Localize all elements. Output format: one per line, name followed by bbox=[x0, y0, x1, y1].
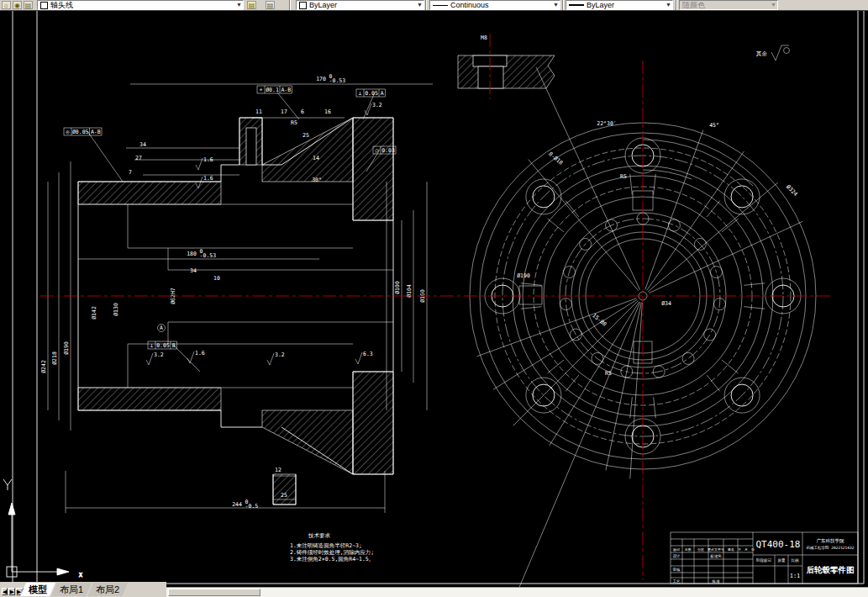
detail-view: M8 bbox=[458, 34, 555, 88]
color-value: ByLayer bbox=[309, 1, 337, 9]
scrollbar-thumb[interactable] bbox=[168, 589, 260, 596]
drawing-title: 后轮毂零件图 bbox=[806, 565, 855, 574]
gdt-symbol: ○ bbox=[376, 147, 379, 154]
tab-nav-button[interactable]: ◀ bbox=[2, 588, 8, 595]
dim-label: 180 bbox=[187, 251, 197, 257]
dim-label: 34 bbox=[139, 141, 146, 148]
tab-模型[interactable]: 模型 bbox=[20, 583, 55, 596]
layers-icon[interactable]: ▤ bbox=[24, 1, 33, 9]
lineweight-glyph bbox=[569, 4, 584, 6]
dim-label: Ø130 bbox=[113, 303, 119, 316]
drawing-canvas[interactable]: 1700-0.531117616R5251430°342771800-0.533… bbox=[0, 11, 868, 587]
boss-arm bbox=[744, 307, 765, 309]
lineweight-dropdown[interactable]: ByLayer ▼ bbox=[566, 0, 673, 10]
radial-line bbox=[550, 302, 639, 446]
tolerance-lower: -0.53 bbox=[329, 77, 346, 84]
title-block: QT400-18 广东科技学院 机械工程学院 2022121432 后轮毂零件图… bbox=[671, 532, 858, 584]
svg-text:更改文件号: 更改文件号 bbox=[708, 547, 724, 552]
left-view: 1700-0.531117616R5251430°342771800-0.533… bbox=[40, 73, 433, 513]
tab-nav-button[interactable]: ▶ bbox=[8, 588, 14, 595]
sun-icon[interactable]: ☼ bbox=[2, 1, 11, 9]
dim-label: R5 bbox=[605, 370, 612, 377]
boss-arm bbox=[630, 174, 633, 195]
chevron-down-icon[interactable]: ▼ bbox=[665, 2, 671, 8]
layout-tabs: 模型布局1布局2 bbox=[24, 583, 128, 596]
radial-line bbox=[647, 151, 744, 290]
ucs-icon: X bbox=[3, 479, 82, 579]
tech-title: 技术要求 bbox=[308, 532, 331, 539]
toolbar-separator bbox=[289, 0, 290, 10]
svg-text:质量: 质量 bbox=[778, 558, 786, 563]
plotstyle-dropdown: 随颜色 ▼ bbox=[679, 0, 778, 10]
material-code: QT400-18 bbox=[756, 539, 801, 550]
dim-label: 244 bbox=[232, 501, 242, 508]
tech-line: 2.铸件须经时效处理,消除内应力; bbox=[290, 549, 374, 556]
chevron-down-icon[interactable]: ▼ bbox=[417, 2, 423, 8]
linetype-value: Continuous bbox=[450, 1, 489, 9]
bulb-icon[interactable]: ◉ bbox=[13, 1, 22, 9]
object-properties-toolbar: ☼ ◉ ▤ 轴头线 ▼ ▤ ▤ ByLayer ▼ Continuous ▼ B… bbox=[0, 0, 868, 11]
scale-value: 1:1 bbox=[790, 573, 801, 579]
finish-mark-icon bbox=[267, 353, 274, 365]
dim-label: R5 bbox=[620, 173, 627, 180]
boss-arm bbox=[521, 283, 542, 286]
layer-name: 轴头线 bbox=[50, 0, 73, 11]
tab-布局1[interactable]: 布局1 bbox=[51, 583, 92, 596]
dim-label: 11 bbox=[255, 108, 262, 115]
dim-label: 7 bbox=[129, 169, 132, 176]
color-dropdown[interactable]: ByLayer ▼ bbox=[296, 0, 424, 10]
ucs-x-label: X bbox=[79, 572, 82, 579]
gdt-value: 0.03 bbox=[381, 147, 395, 154]
centerlines bbox=[40, 34, 830, 580]
dim-label: 25 bbox=[281, 492, 287, 499]
dim-label: 17 bbox=[281, 108, 287, 115]
gdt-datum: B bbox=[172, 342, 176, 349]
dim-label: 34 bbox=[190, 267, 197, 274]
tab-布局2[interactable]: 布局2 bbox=[87, 583, 128, 596]
dim-label: 14 bbox=[313, 155, 319, 161]
datum-letter: A bbox=[160, 325, 163, 331]
org-line1: 广东科技学院 bbox=[817, 538, 845, 544]
boss-arm bbox=[566, 375, 579, 391]
chevron-down-icon[interactable]: ▼ bbox=[553, 2, 559, 8]
svg-text:工艺: 工艺 bbox=[673, 579, 681, 584]
finish-mark-icon bbox=[187, 351, 194, 363]
finish-mark-value: 3.2 bbox=[372, 102, 382, 108]
lineweight-value: ByLayer bbox=[587, 1, 614, 9]
svg-text:签名: 签名 bbox=[728, 547, 734, 552]
layer-color-swatch bbox=[40, 2, 48, 9]
finish-mark-icon bbox=[146, 353, 153, 365]
dim-label: 12 bbox=[275, 467, 281, 473]
finish-mark-value: 6.3 bbox=[363, 351, 373, 357]
svg-text:处数: 处数 bbox=[685, 547, 692, 552]
dim-label: Ø190 bbox=[517, 272, 530, 279]
svg-text:阶段标记: 阶段标记 bbox=[756, 557, 772, 563]
dim-label: 30° bbox=[312, 177, 322, 183]
horizontal-scrollbar[interactable] bbox=[166, 587, 868, 597]
previous-layer-icon[interactable]: ▤ bbox=[266, 1, 275, 9]
toolbar-separator bbox=[425, 0, 426, 10]
make-layer-icon[interactable]: ▤ bbox=[247, 1, 256, 9]
boss-arm bbox=[521, 307, 542, 309]
finish-mark-icon bbox=[355, 352, 362, 364]
dim-label: 45° bbox=[709, 122, 719, 129]
datum-labels: A bbox=[158, 325, 166, 332]
layer-dropdown[interactable]: 轴头线 ▼ bbox=[37, 0, 244, 10]
svg-text:分区: 分区 bbox=[697, 547, 704, 552]
svg-text:标记: 标记 bbox=[673, 547, 680, 552]
dim-label: 25 bbox=[302, 132, 309, 139]
tech-requirements: 技术要求 1.未注明铸造圆角半径R2~3; 2.铸件须经时效处理,消除内应力; … bbox=[290, 532, 374, 563]
gdt-datum: A-B bbox=[281, 87, 291, 93]
radial-line bbox=[493, 299, 637, 389]
chevron-down-icon[interactable]: ▼ bbox=[236, 2, 242, 8]
dim-label: Ø34 bbox=[661, 300, 671, 307]
radial-line bbox=[517, 302, 640, 587]
linetype-dropdown[interactable]: Continuous ▼ bbox=[429, 0, 560, 10]
tolerance-lower: -0.53 bbox=[200, 252, 217, 259]
boss-arm bbox=[630, 397, 633, 418]
dim-label: 16 bbox=[324, 108, 331, 115]
surface-note-text: 其余 bbox=[755, 50, 768, 57]
dim-label: Ø100 bbox=[394, 281, 401, 294]
finish-mark-value: 3.2 bbox=[275, 351, 285, 358]
svg-text:审核: 审核 bbox=[673, 568, 681, 572]
